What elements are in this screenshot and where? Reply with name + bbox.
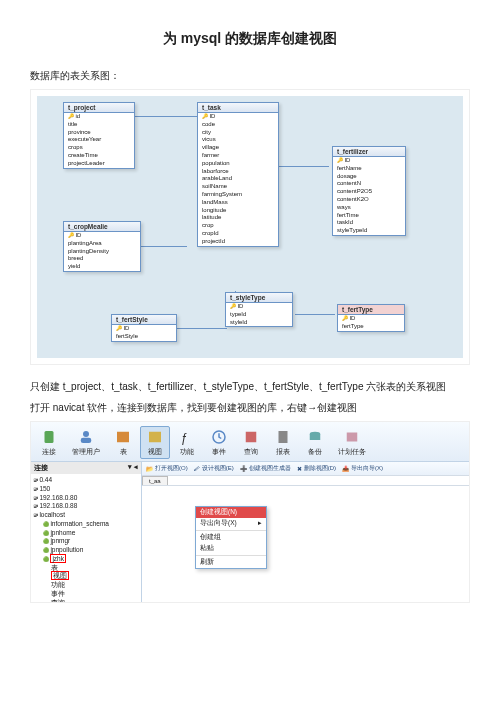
main-toolbar: 连接 管理用户 表 视图 ƒ功能 事件 查询 报表 备份 计划任务 bbox=[31, 422, 469, 462]
panel-title: 连接 bbox=[34, 463, 48, 473]
toolbar-tables[interactable]: 表 bbox=[108, 426, 138, 459]
field: population bbox=[198, 160, 278, 168]
field: fertStyle bbox=[112, 333, 176, 341]
tree-db[interactable]: information_schema bbox=[33, 520, 139, 529]
table-header: t_styleType bbox=[226, 293, 292, 303]
field: longitude bbox=[198, 207, 278, 215]
ctx-create-view[interactable]: 创建视图(N) bbox=[196, 507, 266, 518]
connection-tree[interactable]: 0.44 150 192.168.0.80 192.168.0.88 local… bbox=[31, 474, 141, 602]
er-diagram-figure: t_project id title province executeYear … bbox=[30, 89, 470, 365]
er-canvas: t_project id title province executeYear … bbox=[37, 96, 463, 358]
field: farmer bbox=[198, 152, 278, 160]
field: breed bbox=[64, 255, 140, 263]
field: landMass bbox=[198, 199, 278, 207]
toolbar-backup[interactable]: 备份 bbox=[300, 426, 330, 459]
ctx-refresh[interactable]: 刷新 bbox=[196, 557, 266, 568]
table-t-fertstyle: t_fertStyle ID fertStyle bbox=[111, 314, 177, 342]
table-header: t_fertType bbox=[338, 305, 404, 315]
field: fertType bbox=[338, 323, 404, 331]
field: province bbox=[64, 129, 134, 137]
field: ID bbox=[198, 113, 278, 121]
tree-db-child[interactable]: 表 bbox=[33, 564, 139, 573]
field: styleId bbox=[226, 319, 292, 327]
tree-db-child[interactable]: 事件 bbox=[33, 590, 139, 599]
toolbar-connect[interactable]: 连接 bbox=[34, 426, 64, 459]
tree-conn[interactable]: 192.168.0.80 bbox=[33, 494, 139, 503]
field: ID bbox=[338, 315, 404, 323]
field: ID bbox=[112, 325, 176, 333]
right-panel: 📂打开视图(O) 🖉设计视图(E) ➕创建视图生成器 ✖删除视图(D) 📤导出向… bbox=[142, 462, 469, 602]
rt-delete[interactable]: ✖删除视图(D) bbox=[297, 464, 336, 473]
svg-rect-3 bbox=[117, 432, 129, 443]
toolbar-views[interactable]: 视图 bbox=[140, 426, 170, 459]
table-t-fertilizer: t_fertilizer ID fertName dosage contentN… bbox=[332, 146, 406, 236]
toolbar-events[interactable]: 事件 bbox=[204, 426, 234, 459]
panel-collapse-icon[interactable]: ▾ ◂ bbox=[128, 463, 138, 473]
field: executeYear bbox=[64, 136, 134, 144]
table-header: t_fertStyle bbox=[112, 315, 176, 325]
rt-open[interactable]: 📂打开视图(O) bbox=[146, 464, 188, 473]
instruction-text: 打开 navicat 软件，连接到数据库，找到要创建视图的库，右键→创建视图 bbox=[30, 400, 470, 415]
field: vicus bbox=[198, 136, 278, 144]
report-icon bbox=[274, 428, 292, 446]
tree-db[interactable]: jpnhome bbox=[33, 529, 139, 538]
tree-db[interactable]: jpnmgr bbox=[33, 537, 139, 546]
svg-rect-10 bbox=[310, 434, 321, 440]
tree-db-child[interactable]: 查询 bbox=[33, 599, 139, 602]
delete-icon: ✖ bbox=[297, 465, 302, 472]
intro-text: 数据库的表关系图： bbox=[30, 68, 470, 83]
field: contentK2O bbox=[333, 196, 405, 204]
tree-db-child[interactable]: 功能 bbox=[33, 581, 139, 590]
rt-export[interactable]: 📤导出向导(X) bbox=[342, 464, 383, 473]
ctx-group[interactable]: 创建组 bbox=[196, 532, 266, 543]
function-icon: ƒ bbox=[178, 428, 196, 446]
field: typeId bbox=[226, 311, 292, 319]
rt-create-builder[interactable]: ➕创建视图生成器 bbox=[240, 464, 291, 473]
query-icon bbox=[242, 428, 260, 446]
tree-conn[interactable]: 192.168.0.88 bbox=[33, 502, 139, 511]
svg-rect-0 bbox=[45, 431, 54, 443]
tree-db-child[interactable]: 视图 bbox=[33, 572, 139, 581]
table-t-cropmealie: t_cropMealie ID plantingArea plantingDen… bbox=[63, 221, 141, 272]
field: id bbox=[64, 113, 134, 121]
tree-conn[interactable]: localhost bbox=[33, 511, 139, 520]
field: plantingArea bbox=[64, 240, 140, 248]
table-t-ferttype: t_fertType ID fertType bbox=[337, 304, 405, 332]
view-tab[interactable]: t_aa bbox=[142, 476, 168, 485]
field: styleTypeId bbox=[333, 227, 405, 235]
field: soilName bbox=[198, 183, 278, 191]
field: city bbox=[198, 129, 278, 137]
ctx-paste[interactable]: 粘贴 bbox=[196, 543, 266, 554]
field: fertTime bbox=[333, 212, 405, 220]
field: village bbox=[198, 144, 278, 152]
tree-conn[interactable]: 0.44 bbox=[33, 476, 139, 485]
tree-db-selected[interactable]: jzhk bbox=[33, 555, 139, 564]
toolbar-users[interactable]: 管理用户 bbox=[66, 426, 106, 459]
toolbar-query[interactable]: 查询 bbox=[236, 426, 266, 459]
navicat-figure: 连接 管理用户 表 视图 ƒ功能 事件 查询 报表 备份 计划任务 连接▾ ◂ … bbox=[30, 421, 470, 603]
ctx-export[interactable]: 导出向导(X)▸ bbox=[196, 518, 266, 529]
toolbar-report[interactable]: 报表 bbox=[268, 426, 298, 459]
tree-conn[interactable]: 150 bbox=[33, 485, 139, 494]
rt-design[interactable]: 🖉设计视图(E) bbox=[194, 464, 234, 473]
field: crops bbox=[64, 144, 134, 152]
toolbar-schedule[interactable]: 计划任务 bbox=[332, 426, 372, 459]
field: arableLand bbox=[198, 175, 278, 183]
backup-icon bbox=[306, 428, 324, 446]
table-header: t_project bbox=[64, 103, 134, 113]
summary-text: 只创建 t_project、t_task、t_fertillizer、t_sty… bbox=[30, 379, 470, 394]
svg-rect-4 bbox=[149, 432, 161, 443]
field: projectId bbox=[198, 238, 278, 246]
field: projectLeader bbox=[64, 160, 134, 168]
field: yield bbox=[64, 263, 140, 271]
svg-point-1 bbox=[83, 431, 89, 437]
field: createTime bbox=[64, 152, 134, 160]
toolbar-functions[interactable]: ƒ功能 bbox=[172, 426, 202, 459]
field: laborforce bbox=[198, 168, 278, 176]
page-title: 为 mysql 的数据库创建视图 bbox=[30, 30, 470, 48]
field: fertName bbox=[333, 165, 405, 173]
field: title bbox=[64, 121, 134, 129]
tree-db[interactable]: jpnpollution bbox=[33, 546, 139, 555]
submenu-arrow-icon: ▸ bbox=[258, 519, 262, 528]
svg-rect-7 bbox=[246, 432, 257, 443]
